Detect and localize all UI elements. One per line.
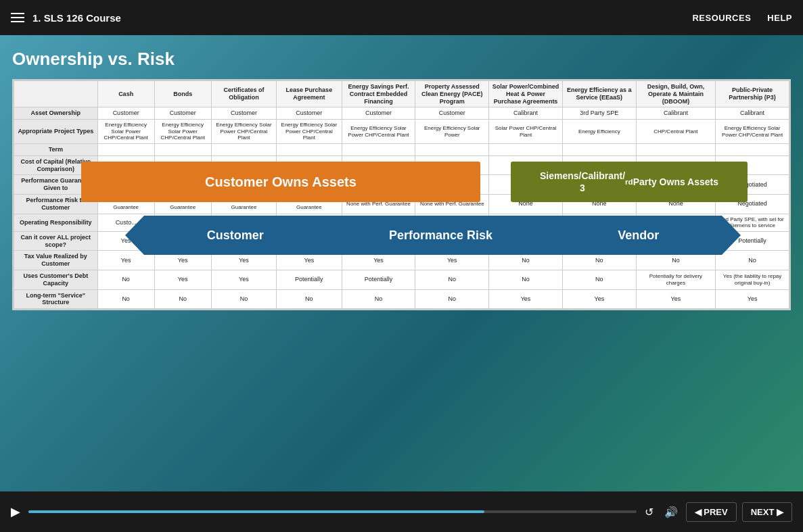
cell: No [562,270,636,289]
cell [415,143,489,155]
cell [211,143,276,155]
col-header-espc: Energy Savings Perf. Contract Embedded F… [342,81,415,107]
cell: Energy Efficiency Solar Power CHP/Centra… [342,120,415,144]
col-header-lease: Lease Purchase Agreement [277,81,342,107]
page-title: Ownership vs. Risk [12,49,791,70]
cell: Yes [636,289,715,309]
next-button[interactable]: NEXT ▶ [742,502,792,522]
col-header-eeaas: Energy Efficiency as a Service (EEaaS) [562,81,636,107]
volume-button[interactable]: 🔊 [664,506,678,518]
progress-bar[interactable] [28,510,637,513]
cell: Energy Efficiency Solar Power [415,120,489,144]
cell [716,143,789,155]
col-header-bonds: Bonds [154,81,211,107]
cell: 3rd Party SPE [562,107,636,120]
row-header-term: Term [14,143,98,155]
arrow-label-vendor: Vendor [618,228,659,243]
cell: No [277,289,342,309]
cell: Yes [211,270,276,289]
cell: Energy Efficiency [562,120,636,144]
col-header-cash: Cash [97,81,154,107]
col-header-pace: Property Assessed Clean Energy (PACE) Pr… [415,81,489,107]
cell: No [211,289,276,309]
cell: Calibrant [489,107,563,120]
cell [97,143,154,155]
cell: Solar Power CHP/Central Plant [489,120,563,144]
arrow-label-perf-risk: Performance Risk [389,228,492,243]
navbar-left: 1. SLS 126 Course [11,12,121,24]
row-header-asset-ownership: Asset Ownership [14,107,98,120]
navbar-right: RESOURCES HELP [692,13,792,23]
cell: Yes [154,270,211,289]
refresh-button[interactable]: ↺ [645,506,653,518]
cell: Calibrant [716,107,789,120]
blue-arrow-banner: Customer Performance Risk Vendor [125,216,741,255]
cell: Yes [562,289,636,309]
col-header-solar-ppa: Solar Power/Combined Heat & Power Purcha… [489,81,563,107]
cell: Customer [277,107,342,120]
table-row: Uses Customer's Debt Capacity No Yes Yes… [14,270,789,289]
cell: Potentially for delivery charges [636,270,715,289]
col-header-p3: Public-Private Partnership (P3) [716,81,789,107]
resources-link[interactable]: RESOURCES [692,13,751,23]
cell: Energy Efficiency Solar Power CHP/Centra… [277,120,342,144]
help-link[interactable]: HELP [767,13,792,23]
cell: Potentially [277,270,342,289]
col-header-certs: Certificates of Obligation [211,81,276,107]
cell [562,143,636,155]
cell: No [489,270,563,289]
cell: No [97,289,154,309]
cell: Yes (the liability to repay original buy… [716,270,789,289]
control-icons: ↺ 🔊 [645,506,678,518]
cell: No [415,270,489,289]
cell: No [97,270,154,289]
prev-button[interactable]: ◀ PREV [686,502,737,522]
cell [489,143,563,155]
col-header-empty [14,81,98,107]
cell [636,143,715,155]
cell: Energy Efficiency Solar Power CHP/Centra… [716,120,789,144]
customer-owns-assets-banner: Customer Owns Assets [81,162,480,202]
table-row: Long-term "Service" Structure No No No N… [14,289,789,309]
content-area: Ownership vs. Risk Cash Bonds Certificat… [0,35,803,491]
table-row: Term [14,143,789,155]
table-row: Asset Ownership Customer Customer Custom… [14,107,789,120]
cell: Yes [716,289,789,309]
row-header-longterm: Long-term "Service" Structure [14,289,98,309]
control-bar: ▶ ↺ 🔊 ◀ PREV NEXT ▶ [0,491,803,532]
cell: Energy Efficiency Solar Power CHP/Centra… [154,120,211,144]
cell: CHP/Central Plant [636,120,715,144]
cell [342,143,415,155]
row-header-debt: Uses Customer's Debt Capacity [14,270,98,289]
table-wrapper: Cash Bonds Certificates of Obligation Le… [12,79,791,310]
table-row: Appropriate Project Types Energy Efficie… [14,120,789,144]
progress-fill [28,510,484,513]
arrow-label-customer: Customer [207,228,264,243]
cell: Yes [489,289,563,309]
cell: Energy Efficiency Solar Power CHP/Centra… [211,120,276,144]
navbar: 1. SLS 126 Course RESOURCES HELP [0,0,803,35]
cell: Potentially [342,270,415,289]
cell [154,143,211,155]
row-header-operating: Operating Responsibility [14,214,98,231]
cell: No [415,289,489,309]
siemens-owns-assets-banner: Siemens/Calibrant/3rd Party Owns Assets [511,162,748,202]
cell [277,143,342,155]
row-header-tax: Tax Value Realized by Customer [14,251,98,270]
nav-buttons: ◀ PREV NEXT ▶ [686,502,792,522]
cell: Calibrant [636,107,715,120]
row-header-project-types: Appropriate Project Types [14,120,98,144]
hamburger-menu[interactable] [11,13,24,22]
cell: Customer [211,107,276,120]
table-container: Cash Bonds Certificates of Obligation Le… [12,79,791,310]
play-button[interactable]: ▶ [11,504,20,519]
cell: No [342,289,415,309]
row-header-scope: Can it cover ALL project scope? [14,231,98,251]
cell: Energy Efficiency Solar Power CHP/Centra… [97,120,154,144]
cell: Customer [415,107,489,120]
nav-title: 1. SLS 126 Course [32,12,121,24]
col-header-dboom: Design, Build, Own, Operate & Maintain (… [636,81,715,107]
cell: Customer [154,107,211,120]
cell: No [154,289,211,309]
cell: Customer [342,107,415,120]
